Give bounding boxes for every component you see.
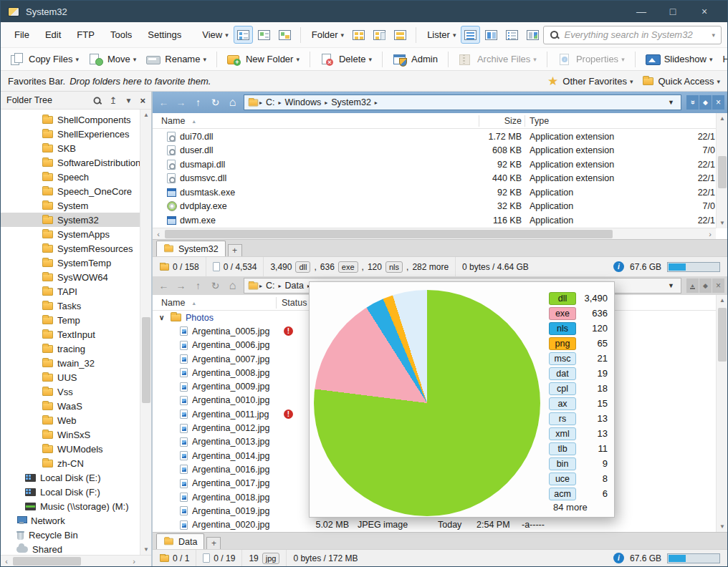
tree-item-tasks[interactable]: Tasks [1, 299, 140, 313]
slideshow-button[interactable]: Slideshow [641, 51, 718, 68]
file-row[interactable]: Argentina_0020.jpg5.02 MBJPEG imageToday… [153, 518, 716, 531]
tree-vertical-scrollbar[interactable]: ▲ ▼ [140, 110, 151, 555]
tree-item-wumodels[interactable]: WUModels [1, 442, 140, 456]
tree-item-waas[interactable]: WaaS [1, 399, 140, 413]
legend-item-dll[interactable]: dll3,490 [549, 291, 608, 306]
upper-vertical-scrollbar[interactable]: ▲ ▼ [716, 113, 727, 228]
help-button[interactable]: Help [717, 51, 728, 68]
other-favorites-button[interactable]: Other Favorites [562, 76, 633, 87]
scroll-up-icon[interactable]: ▲ [717, 113, 727, 124]
vertical-split-button[interactable] [482, 26, 501, 44]
info-icon[interactable] [613, 553, 624, 563]
details-view-button[interactable] [234, 26, 253, 44]
scroll-down-icon[interactable]: ▼ [140, 544, 151, 555]
quick-access-button[interactable]: Quick Access [658, 76, 720, 87]
tree-item-system[interactable]: System [1, 198, 140, 213]
tree-item-speech[interactable]: Speech [1, 170, 140, 184]
preview-pane-button[interactable] [523, 26, 542, 44]
tree-item-system32[interactable]: System32 [1, 213, 140, 227]
tree-item-web[interactable]: Web [1, 413, 140, 427]
tab-data[interactable]: Data [156, 533, 204, 549]
file-row[interactable]: dvdplay.exe32 KBApplication7/0 [153, 200, 716, 214]
expand-chevron-icon[interactable]: ∨ [159, 314, 164, 321]
breadcrumb-dropdown-icon[interactable]: ▼ [665, 99, 677, 106]
folder-menu[interactable]: Folder [307, 26, 348, 44]
column-header-status[interactable]: Status [282, 295, 307, 311]
file-row[interactable]: dui70.dll1.72 MBApplication extension22/… [153, 130, 716, 144]
tree-item-uus[interactable]: UUS [1, 370, 140, 384]
tree-search-icon[interactable] [92, 96, 101, 105]
properties-button[interactable]: Properties [552, 51, 630, 68]
tree-item-systemresources[interactable]: SystemResources [1, 241, 140, 256]
tree-item-zh-cn[interactable]: zh-CN [1, 456, 140, 470]
tree-item-local-disk-e-[interactable]: Local Disk (E:) [1, 470, 140, 485]
tree-item-systemtemp[interactable]: SystemTemp [1, 256, 140, 270]
tree-item-winsxs[interactable]: WinSxS [1, 427, 140, 442]
archive-files-button[interactable]: Archive Files [454, 51, 542, 68]
file-row[interactable]: dwm.exe116 KBApplication22/1 [153, 213, 716, 228]
new-tab-button[interactable]: + [228, 244, 242, 256]
menu-tools[interactable]: Tools [102, 26, 140, 44]
tree-item-shellcomponents[interactable]: ShellComponents [1, 112, 140, 127]
breadcrumb-segment[interactable]: C: [262, 97, 279, 107]
scroll-up-icon[interactable]: ▲ [140, 110, 151, 120]
folder-panels-button[interactable] [391, 26, 410, 44]
tree-close-icon[interactable]: × [140, 95, 145, 106]
tree-item-local-disk-f-[interactable]: Local Disk (F:) [1, 485, 140, 499]
maximize-button[interactable]: □ [657, 1, 689, 22]
tree-item-textinput[interactable]: TextInput [1, 327, 140, 341]
legend-item-cpl[interactable]: cpl18 [549, 381, 608, 396]
move-button[interactable]: Move [84, 51, 141, 68]
forward-icon[interactable]: → [173, 97, 189, 108]
close-pane-icon[interactable]: × [712, 95, 724, 110]
scroll-right-icon[interactable]: › [128, 556, 140, 567]
legend-item-msc[interactable]: msc21 [549, 351, 608, 366]
upper-breadcrumb[interactable]: ▸C:▸Windows▸System32▸ ▼ [244, 94, 681, 110]
tree-item-network[interactable]: Network [1, 513, 140, 528]
close-pane-icon[interactable]: × [712, 278, 724, 293]
dual-folder-grid-button[interactable] [349, 26, 368, 44]
tree-item-tracing[interactable]: tracing [1, 341, 140, 356]
file-row[interactable]: dusmsvc.dll440 KBApplication extension22… [153, 172, 716, 186]
tree-item-syswow64[interactable]: SysWOW64 [1, 270, 140, 284]
legend-item-nls[interactable]: nls120 [549, 321, 608, 336]
tree-item-speech-onecore[interactable]: Speech_OneCore [1, 184, 140, 198]
refresh-icon[interactable]: ↻ [207, 280, 224, 291]
tree-item-tapi[interactable]: TAPI [1, 284, 140, 299]
lower-vertical-scrollbar[interactable]: ▲ ▼ [716, 295, 727, 532]
legend-item-uce[interactable]: uce8 [549, 471, 608, 486]
rename-button[interactable]: Rename [141, 51, 211, 68]
scrollbar-thumb[interactable] [718, 156, 727, 188]
legend-item-xml[interactable]: xml13 [549, 426, 608, 441]
scrollbar-thumb[interactable] [13, 557, 81, 566]
home-icon[interactable]: ⌂ [224, 279, 241, 292]
menu-ftp[interactable]: FTP [69, 26, 102, 44]
scrollbar-thumb[interactable] [142, 317, 150, 403]
up-icon[interactable]: ↑ [190, 280, 206, 291]
menu-edit[interactable]: Edit [37, 26, 69, 44]
horizontal-split-button[interactable] [461, 26, 480, 44]
search-input[interactable]: Everything search in System32 ▾ [543, 26, 722, 44]
tree-item-softwaredistribution[interactable]: SoftwareDistribution [1, 155, 140, 170]
back-icon[interactable]: ← [155, 97, 172, 108]
column-header-type[interactable]: Type [530, 113, 549, 129]
legend-item-ax[interactable]: ax15 [549, 396, 608, 411]
menu-file[interactable]: File [6, 26, 37, 44]
scroll-left-icon[interactable]: ‹ [153, 228, 164, 239]
back-icon[interactable]: ← [155, 280, 172, 291]
tree-item-systemapps[interactable]: SystemApps [1, 227, 140, 241]
breadcrumb-dropdown-icon[interactable]: ▼ [665, 282, 677, 289]
file-row[interactable]: dusmtask.exe92 KBApplication22/1 [153, 185, 716, 200]
legend-item-dat[interactable]: dat19 [549, 366, 608, 381]
scroll-down-icon[interactable]: ▼ [717, 218, 727, 228]
tree-options-icon[interactable]: ▼ [125, 97, 133, 105]
legend-item-png[interactable]: png65 [549, 336, 608, 351]
tree-item-twain-32[interactable]: twain_32 [1, 356, 140, 370]
column-header-size[interactable]: Size [479, 113, 522, 129]
list-view-button[interactable] [254, 26, 274, 44]
maximize-pane-icon[interactable]: ▲ [686, 278, 699, 293]
tree-item-vss[interactable]: Vss [1, 384, 140, 399]
legend-item-tlb[interactable]: tlb11 [549, 441, 608, 456]
info-icon[interactable] [613, 261, 624, 272]
admin-button[interactable]: Admin [388, 51, 443, 68]
